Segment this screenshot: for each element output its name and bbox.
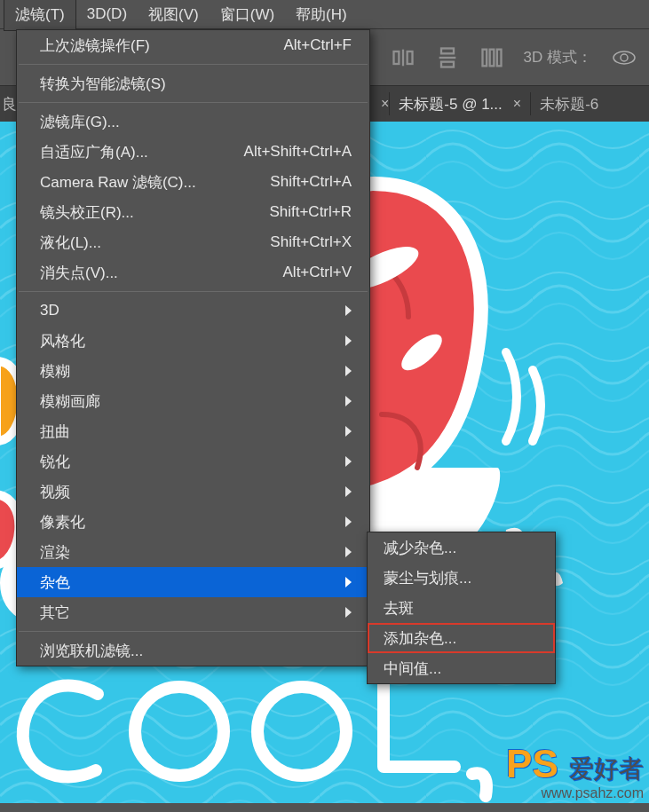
menubar: 滤镜(T) 3D(D) 视图(V) 窗口(W) 帮助(H) (0, 0, 649, 29)
mi-label: 液化(L)... (40, 233, 101, 253)
mi-shortcut: Shift+Ctrl+A (270, 173, 352, 191)
mi-pixelate[interactable]: 像素化 (17, 507, 369, 537)
menu-3d[interactable]: 3D(D) (76, 0, 138, 28)
mi-label: 滤镜库(G)... (40, 112, 120, 132)
mi-noise[interactable]: 杂色 (17, 567, 369, 597)
submenu-arrow-icon (345, 547, 352, 557)
smi-label: 中间值... (384, 658, 441, 679)
align-vertical-icon[interactable] (435, 45, 460, 70)
mi-label: 风格化 (40, 331, 85, 351)
mi-last-filter[interactable]: 上次滤镜操作(F) Alt+Ctrl+F (17, 30, 369, 60)
watermark: PS 爱好者 www.psahz.com (506, 743, 644, 801)
submenu-arrow-icon (345, 366, 352, 376)
mi-filter-gallery[interactable]: 滤镜库(G)... (17, 106, 369, 137)
mi-lens-correction[interactable]: 镜头校正(R)... Shift+Ctrl+R (17, 197, 369, 227)
submenu-arrow-icon (345, 577, 352, 587)
mi-label: 消失点(V)... (40, 263, 118, 283)
menu-filter[interactable]: 滤镜(T) (4, 0, 76, 31)
submenu-arrow-icon (345, 426, 352, 437)
tab-untitled-5[interactable]: 未标题-5 @ 1... × (390, 85, 530, 123)
mi-smart-filter[interactable]: 转换为智能滤镜(S) (17, 68, 369, 99)
mi-label: 视频 (40, 482, 70, 502)
smi-add-noise[interactable]: 添加杂色... (368, 623, 555, 653)
smi-label: 蒙尘与划痕... (384, 568, 471, 588)
smi-despeckle[interactable]: 去斑 (368, 593, 555, 623)
submenu-arrow-icon (345, 516, 352, 527)
submenu-arrow-icon (345, 486, 352, 497)
mi-label: 模糊 (40, 361, 70, 382)
tab-untitled-6[interactable]: 未标题-6 (531, 85, 607, 123)
mi-other[interactable]: 其它 (17, 597, 369, 627)
svg-rect-7 (489, 49, 494, 66)
smi-reduce-noise[interactable]: 减少杂色... (368, 532, 555, 563)
close-icon[interactable]: × (381, 96, 389, 112)
svg-rect-3 (441, 48, 454, 53)
menu-separator (19, 291, 368, 292)
mi-label: 上次滤镜操作(F) (40, 35, 150, 56)
mi-blur[interactable]: 模糊 (17, 356, 369, 386)
noise-submenu: 减少杂色... 蒙尘与划痕... 去斑 添加杂色... 中间值... (367, 532, 556, 684)
smi-label: 去斑 (384, 598, 414, 619)
mi-camera-raw[interactable]: Camera Raw 滤镜(C)... Shift+Ctrl+A (17, 167, 369, 197)
watermark-ps: PS (506, 742, 558, 785)
menu-separator (19, 102, 368, 103)
menu-separator (19, 631, 368, 632)
mi-label: 扭曲 (40, 422, 70, 442)
mi-label: 杂色 (40, 572, 70, 593)
submenu-arrow-icon (345, 335, 352, 346)
mi-vanishing-point[interactable]: 消失点(V)... Alt+Ctrl+V (17, 257, 369, 288)
close-icon[interactable]: × (513, 96, 521, 112)
mi-shortcut: Alt+Ctrl+V (283, 264, 352, 281)
smi-median[interactable]: 中间值... (368, 653, 555, 683)
smi-label: 减少杂色... (384, 538, 456, 558)
submenu-arrow-icon (345, 305, 352, 316)
smi-label: 添加杂色... (384, 628, 456, 649)
watermark-logo: PS 爱好者 (506, 743, 644, 785)
mi-adaptive-wide-angle[interactable]: 自适应广角(A)... Alt+Shift+Ctrl+A (17, 137, 369, 167)
submenu-arrow-icon (345, 396, 352, 406)
distribute-icon[interactable] (479, 45, 504, 70)
submenu-arrow-icon (345, 456, 352, 467)
mi-3d[interactable]: 3D (17, 296, 369, 326)
mi-label: 3D (40, 302, 59, 319)
svg-point-10 (621, 54, 628, 61)
svg-rect-8 (496, 49, 501, 66)
align-horizontal-icon[interactable] (391, 45, 416, 70)
mi-sharpen[interactable]: 锐化 (17, 446, 369, 477)
svg-rect-0 (393, 51, 399, 64)
svg-rect-6 (482, 49, 487, 66)
mi-shortcut: Alt+Shift+Ctrl+A (244, 143, 352, 161)
menu-view[interactable]: 视图(V) (138, 0, 210, 30)
mi-blur-gallery[interactable]: 模糊画廊 (17, 386, 369, 416)
mi-shortcut: Shift+Ctrl+X (270, 233, 352, 251)
smi-dust-scratches[interactable]: 蒙尘与划痕... (368, 563, 555, 593)
mi-label: 自适应广角(A)... (40, 142, 148, 162)
mi-browse-online[interactable]: 浏览联机滤镜... (17, 635, 369, 666)
mi-label: 锐化 (40, 452, 70, 472)
watermark-cn: 爱好者 (569, 755, 644, 783)
menu-help[interactable]: 帮助(H) (285, 0, 358, 30)
menu-window[interactable]: 窗口(W) (210, 0, 285, 30)
mi-video[interactable]: 视频 (17, 477, 369, 507)
svg-rect-1 (407, 51, 412, 64)
mi-label: 其它 (40, 603, 70, 623)
svg-point-9 (613, 51, 635, 64)
mi-render[interactable]: 渲染 (17, 537, 369, 567)
tab-label: 未标题-5 @ 1... (399, 94, 502, 114)
tab-label: 未标题-6 (540, 94, 598, 114)
mi-stylize[interactable]: 风格化 (17, 326, 369, 356)
mi-label: 渲染 (40, 542, 70, 563)
mi-shortcut: Shift+Ctrl+R (269, 203, 352, 221)
mi-label: 镜头校正(R)... (40, 202, 134, 223)
mode-label: 3D 模式： (524, 47, 592, 67)
watermark-url: www.psahz.com (506, 785, 644, 801)
mi-liquify[interactable]: 液化(L)... Shift+Ctrl+X (17, 227, 369, 257)
mi-label: 像素化 (40, 512, 85, 532)
orbit-icon[interactable] (612, 48, 637, 67)
mi-label: 浏览联机滤镜... (40, 641, 143, 661)
mi-label: 模糊画廊 (40, 391, 100, 412)
mi-label: 转换为智能滤镜(S) (40, 74, 166, 94)
mi-distort[interactable]: 扭曲 (17, 416, 369, 446)
filter-menu: 上次滤镜操作(F) Alt+Ctrl+F 转换为智能滤镜(S) 滤镜库(G)..… (16, 29, 370, 666)
tab-label: 良 (2, 94, 17, 114)
